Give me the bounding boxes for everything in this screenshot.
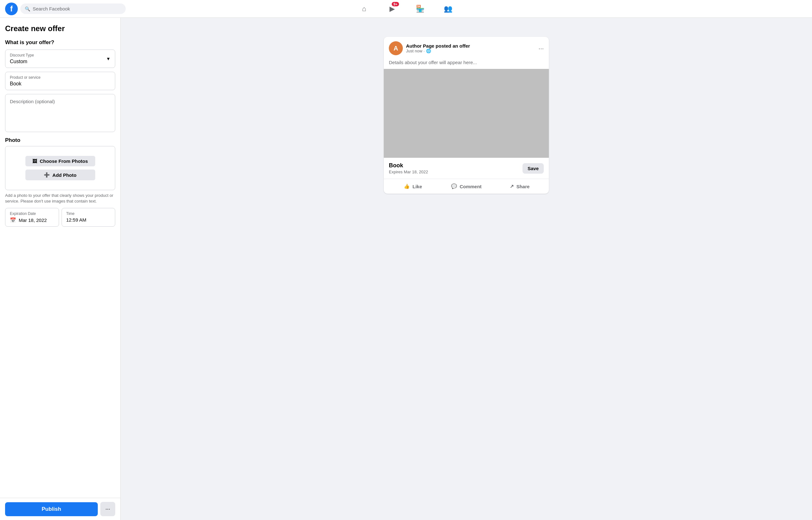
home-nav-button[interactable]: ⌂ [357, 1, 372, 17]
facebook-logo[interactable]: f [5, 3, 18, 15]
expiration-time-label: Time [66, 211, 111, 216]
add-photo-icon: ➕ [44, 172, 50, 178]
right-panel: A Author Page posted an offer Just now ·… [121, 18, 812, 520]
author-meta: Just now · 🌐 [406, 49, 470, 53]
discount-type-label: Discount Type [10, 53, 34, 57]
photo-section-label: Photo [5, 137, 115, 144]
comment-icon: 💬 [451, 183, 457, 189]
discount-type-field[interactable]: Discount Type Custom ▼ [5, 50, 115, 68]
what-is-offer-label: What is your offer? [5, 40, 115, 46]
share-icon: ↗ [510, 183, 514, 189]
offer-title: Book [389, 162, 428, 169]
top-nav: f 🔍 Search Facebook ⌂ ▶ 9+ 🏪 👥 [0, 0, 812, 18]
card-image-placeholder [384, 69, 549, 158]
expiration-date-value: Mar 18, 2022 [19, 217, 47, 223]
like-button[interactable]: 👍 Like [386, 180, 440, 192]
offer-expires: Expires Mar 18, 2022 [389, 170, 428, 174]
author-name: Author Page posted an offer [406, 43, 470, 49]
card-body-text: Details about your offer will appear her… [384, 60, 549, 69]
marketplace-nav-button[interactable]: 🏪 [412, 1, 427, 17]
search-placeholder-text: Search Facebook [33, 6, 70, 11]
photo-upload-area: 🖼 Choose From Photos ➕ Add Photo [5, 146, 115, 190]
expiration-date-field[interactable]: Expiration Date 📅 Mar 18, 2022 [5, 208, 59, 227]
expiration-time-value: 12:59 AM [66, 217, 111, 223]
card-author: A Author Page posted an offer Just now ·… [389, 41, 470, 55]
panel-content: Create new offer What is your offer? Dis… [0, 18, 120, 498]
discount-type-chevron-icon: ▼ [106, 56, 110, 61]
card-actions: 👍 Like 💬 Comment ↗ Share [384, 179, 549, 194]
card-offer-info: Book Expires Mar 18, 2022 Save [384, 158, 549, 179]
left-panel: Create new offer What is your offer? Dis… [0, 18, 121, 520]
video-nav-button[interactable]: ▶ 9+ [385, 1, 400, 17]
comment-button[interactable]: 💬 Comment [440, 180, 493, 192]
product-service-value: Book [10, 81, 110, 87]
photo-hint-text: Add a photo to your offer that clearly s… [5, 193, 115, 204]
video-badge: 9+ [392, 2, 399, 6]
calendar-icon: 📅 [10, 217, 16, 223]
product-service-label: Product or service [10, 75, 110, 80]
nav-center: ⌂ ▶ 9+ 🏪 👥 [357, 1, 455, 17]
discount-type-value: Custom [10, 59, 34, 64]
expiration-date-label: Expiration Date [10, 211, 54, 216]
card-menu-icon[interactable]: ··· [539, 45, 544, 52]
more-options-button[interactable]: ··· [100, 502, 115, 516]
bottom-bar: Publish ··· [0, 498, 120, 520]
nav-left: f 🔍 Search Facebook [5, 3, 126, 15]
expiration-time-field[interactable]: Time 12:59 AM [61, 208, 115, 227]
groups-nav-button[interactable]: 👥 [440, 1, 455, 17]
choose-from-photos-button[interactable]: 🖼 Choose From Photos [25, 156, 95, 166]
main-layout: Create new offer What is your offer? Dis… [0, 18, 812, 520]
add-photo-button[interactable]: ➕ Add Photo [25, 170, 95, 180]
avatar: A [389, 41, 403, 55]
groups-icon: 👥 [444, 5, 452, 13]
author-info: Author Page posted an offer Just now · 🌐 [406, 43, 470, 53]
offer-preview-card: A Author Page posted an offer Just now ·… [384, 37, 549, 194]
image-icon: 🖼 [32, 158, 37, 164]
product-service-field[interactable]: Product or service Book [5, 72, 115, 90]
globe-icon: 🌐 [426, 49, 431, 53]
card-header: A Author Page posted an offer Just now ·… [384, 37, 549, 60]
search-icon: 🔍 [25, 6, 30, 11]
search-bar[interactable]: 🔍 Search Facebook [20, 3, 126, 14]
marketplace-icon: 🏪 [416, 5, 424, 13]
publish-button[interactable]: Publish [5, 502, 98, 516]
description-textarea[interactable] [5, 94, 115, 132]
expiration-row: Expiration Date 📅 Mar 18, 2022 Time 12:5… [5, 208, 115, 227]
like-icon: 👍 [404, 183, 410, 189]
home-icon: ⌂ [362, 5, 366, 13]
panel-title: Create new offer [5, 24, 115, 33]
share-button[interactable]: ↗ Share [493, 180, 546, 192]
save-offer-button[interactable]: Save [523, 163, 544, 174]
